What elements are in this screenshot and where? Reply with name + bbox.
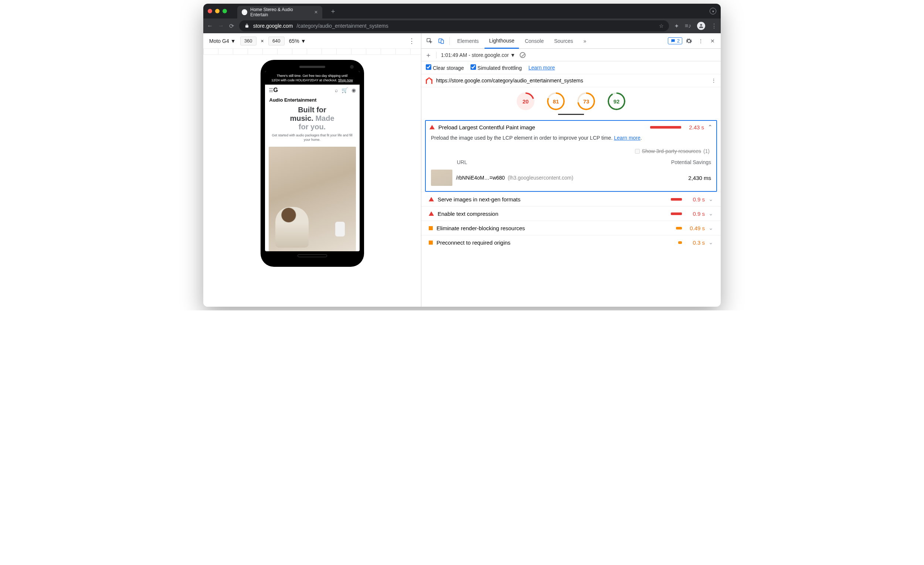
forward-button[interactable]: →: [218, 22, 224, 29]
tab-overflow[interactable]: »: [579, 33, 591, 48]
settings-icon[interactable]: [684, 38, 694, 44]
clear-storage-checkbox[interactable]: Clear storage: [426, 64, 464, 71]
bookmark-icon[interactable]: ☆: [659, 23, 664, 29]
reload-button[interactable]: ⟳: [229, 22, 234, 30]
cart-icon[interactable]: 🛒: [342, 87, 348, 93]
promo-banner: There's still time. Get free two-day shi…: [265, 71, 360, 85]
report-menu-icon[interactable]: ⋮: [711, 78, 716, 84]
device-toolbar: Moto G4 ▼ × 65% ▼ ⋮: [203, 33, 421, 49]
svg-point-0: [700, 24, 702, 26]
audit-title: Serve images in next-gen formats: [438, 196, 520, 202]
third-party-toggle[interactable]: Show 3rd-party resources (1): [426, 146, 716, 158]
extensions-icon[interactable]: ✦: [674, 22, 679, 30]
search-icon[interactable]: ⌕: [335, 87, 338, 93]
device-toolbar-menu-icon[interactable]: ⋮: [408, 37, 415, 45]
viewport-height-input[interactable]: [268, 37, 285, 45]
lighthouse-subbar: ＋ 1:01:49 AM - store.google.cor ▼: [422, 49, 721, 61]
shop-now-link[interactable]: Shop now: [338, 78, 353, 82]
account-icon[interactable]: ◉: [351, 87, 356, 93]
col-url: URL: [431, 159, 671, 165]
issues-badge[interactable]: 2: [668, 37, 682, 44]
tab-elements[interactable]: Elements: [453, 33, 483, 48]
audit-title: Preload Largest Contentful Paint image: [438, 124, 535, 130]
inspect-element-icon[interactable]: [424, 38, 435, 44]
triangle-icon: [429, 211, 434, 216]
audit-title: Eliminate render-blocking resources: [436, 225, 525, 231]
tested-url: https://store.google.com/category/audio_…: [436, 78, 583, 84]
score-best-practices[interactable]: 73: [578, 92, 595, 110]
audit-value: 0.9 s: [686, 196, 705, 202]
viewport-width-input[interactable]: [240, 37, 256, 45]
tab-lighthouse[interactable]: Lighthouse: [484, 34, 519, 49]
square-icon: [429, 226, 433, 230]
camera-dot: [350, 65, 354, 69]
audit-description: Preload the image used by the LCP elemen…: [426, 133, 716, 146]
score-accessibility[interactable]: 81: [547, 92, 565, 110]
reading-list-icon[interactable]: ≡♪: [685, 22, 691, 29]
url-host: store.google.com: [253, 23, 293, 29]
audit-row[interactable]: Serve images in next-gen formats0.9 s⌄: [422, 192, 721, 206]
menu-icon[interactable]: ☰: [269, 87, 273, 93]
profile-avatar[interactable]: [697, 22, 705, 30]
new-tab-button[interactable]: ＋: [330, 7, 336, 15]
audit-title: Preconnect to required origins: [436, 240, 510, 246]
lock-icon: [244, 23, 249, 28]
audit-title: Enable text compression: [438, 211, 498, 217]
audit-value: 0.3 s: [686, 240, 705, 246]
svg-rect-3: [441, 40, 444, 43]
close-devtools-icon[interactable]: ✕: [707, 38, 718, 44]
home-button: [297, 254, 327, 257]
tab-sources[interactable]: Sources: [550, 33, 578, 48]
zoom-selector[interactable]: 65% ▼: [289, 38, 306, 44]
tab-console[interactable]: Console: [520, 33, 548, 48]
back-button[interactable]: ←: [207, 22, 213, 29]
hero-image: [269, 147, 356, 251]
section-title: Audio Entertainment: [265, 96, 360, 103]
audit-preload-lcp: Preload Largest Contentful Paint image 2…: [425, 120, 717, 192]
report-selector[interactable]: 1:01:49 AM - store.google.cor ▼: [441, 52, 515, 58]
score-performance[interactable]: 20: [517, 92, 534, 110]
device-selector[interactable]: Moto G4 ▼: [209, 38, 236, 44]
savings-bar: [671, 198, 682, 201]
tab-overflow-button[interactable]: ▾: [710, 8, 716, 14]
audit-row[interactable]: Preconnect to required origins0.3 s⌄: [422, 235, 721, 249]
savings-bar: [678, 241, 682, 244]
audit-row[interactable]: Enable text compression0.9 s⌄: [422, 206, 721, 220]
resource-savings: 2,430 ms: [681, 175, 711, 181]
resource-thumbnail: [431, 169, 452, 186]
maximize-window-button[interactable]: [222, 9, 227, 13]
address-bar[interactable]: store.google.com/category/audio_entertai…: [239, 20, 669, 31]
emulated-screen[interactable]: There's still time. Get free two-day shi…: [265, 71, 360, 251]
audit-row[interactable]: Eliminate render-blocking resources0.49 …: [422, 220, 721, 235]
clear-icon[interactable]: [520, 52, 526, 58]
minimize-window-button[interactable]: [215, 9, 219, 13]
window-titlebar: G Home Stereo & Audio Entertain ✕ ＋ ▾: [203, 4, 721, 18]
device-emulation-pane: Moto G4 ▼ × 65% ▼ ⋮ There's still time. …: [203, 33, 422, 307]
learn-more-link[interactable]: Learn more: [528, 64, 555, 70]
col-savings: Potential Savings: [671, 159, 711, 165]
resource-host: (lh3.googleusercontent.com): [508, 175, 573, 181]
square-icon: [429, 241, 433, 244]
browser-tab[interactable]: G Home Stereo & Audio Entertain ✕: [237, 6, 322, 18]
chevron-down-icon: ⌄: [708, 239, 713, 246]
audit-learn-more-link[interactable]: Learn more: [614, 135, 640, 141]
devtools-menu-icon[interactable]: ⋮: [696, 38, 706, 44]
chevron-down-icon: ⌄: [708, 196, 713, 202]
tab-favicon: G: [242, 9, 247, 15]
hero-text: Built for music. Made for you. Get start…: [265, 103, 360, 143]
audit-value: 0.49 s: [686, 225, 705, 231]
browser-menu-icon[interactable]: ⋮: [711, 22, 717, 30]
close-tab-button[interactable]: ✕: [314, 10, 318, 15]
toggle-device-icon[interactable]: [436, 38, 447, 44]
chevron-up-icon: ⌃: [708, 124, 712, 130]
savings-bar: [650, 126, 681, 129]
google-logo[interactable]: G: [273, 87, 278, 93]
close-window-button[interactable]: [208, 9, 212, 13]
simulated-throttling-checkbox[interactable]: Simulated throttling: [471, 64, 522, 71]
new-report-button[interactable]: ＋: [425, 51, 432, 60]
score-indicator: [558, 114, 584, 115]
traffic-lights: [208, 9, 227, 13]
audit-header[interactable]: Preload Largest Contentful Paint image 2…: [426, 121, 716, 133]
url-toolbar: ← → ⟳ store.google.com/category/audio_en…: [203, 18, 721, 33]
score-seo[interactable]: 92: [608, 92, 626, 110]
